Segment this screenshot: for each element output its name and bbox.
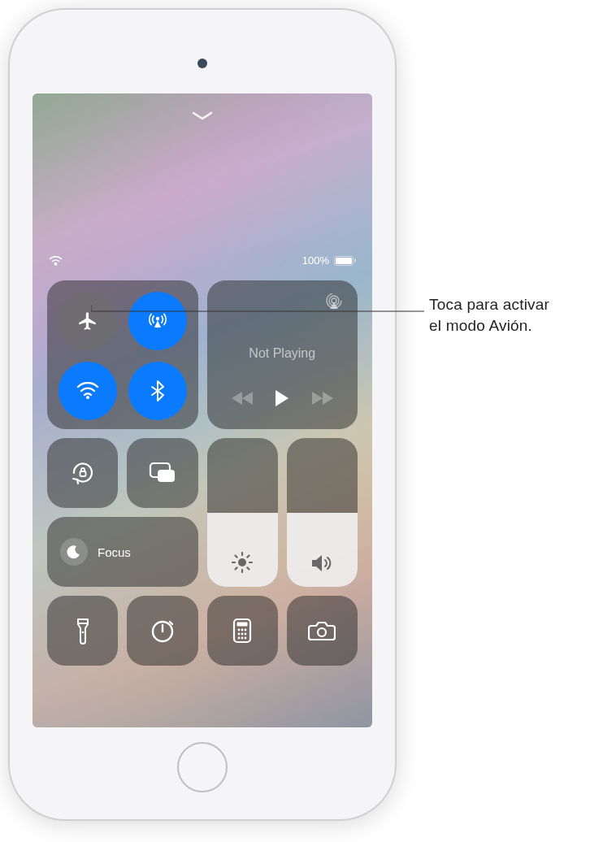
svg-line-17	[248, 556, 249, 558]
airdrop-button[interactable]	[128, 292, 187, 350]
volume-slider[interactable]	[287, 438, 358, 587]
svg-point-25	[238, 629, 241, 632]
timer-button[interactable]	[127, 596, 197, 666]
callout-line1: Toca para activar	[429, 294, 549, 315]
svg-point-1	[155, 317, 158, 320]
calculator-button[interactable]	[207, 596, 278, 666]
battery-icon	[334, 256, 356, 266]
svg-line-14	[236, 556, 237, 558]
screen-mirroring-button[interactable]	[127, 438, 197, 508]
bluetooth-icon	[151, 380, 164, 402]
device-frame: 100%	[8, 8, 397, 821]
svg-rect-24	[237, 623, 248, 627]
rotation-lock-button[interactable]	[47, 438, 118, 508]
svg-point-33	[245, 637, 247, 640]
svg-point-9	[238, 558, 246, 566]
forward-icon[interactable]	[310, 391, 333, 406]
timer-icon	[150, 618, 176, 644]
rewind-icon[interactable]	[232, 391, 254, 406]
wifi-button[interactable]	[59, 362, 117, 420]
flashlight-button[interactable]	[47, 596, 118, 666]
focus-label: Focus	[98, 545, 131, 559]
svg-point-0	[54, 263, 57, 265]
svg-point-19	[81, 632, 84, 634]
play-icon[interactable]	[274, 388, 290, 408]
airplane-mode-button[interactable]	[59, 292, 117, 350]
now-playing-title: Not Playing	[249, 346, 315, 361]
airplay-icon[interactable]	[325, 293, 343, 310]
chevron-down-icon[interactable]	[192, 111, 213, 121]
speaker-icon	[310, 553, 334, 574]
svg-line-16	[236, 567, 237, 569]
connectivity-module[interactable]	[47, 280, 198, 429]
wifi-icon	[76, 382, 99, 400]
svg-rect-6	[80, 471, 85, 476]
airplane-icon	[77, 310, 98, 332]
home-button[interactable]	[177, 742, 228, 792]
sun-icon	[231, 551, 254, 574]
screen: 100%	[33, 93, 372, 727]
svg-line-15	[248, 567, 249, 569]
svg-point-31	[238, 637, 241, 640]
svg-point-30	[245, 633, 247, 636]
rotation-lock-icon	[69, 459, 97, 487]
media-module[interactable]: Not Playing	[207, 280, 358, 429]
brightness-slider[interactable]	[207, 438, 278, 587]
status-bar: 100%	[33, 254, 372, 267]
callout-line2: el modo Avión.	[429, 315, 549, 336]
bluetooth-button[interactable]	[128, 362, 187, 420]
flashlight-icon	[76, 617, 90, 645]
svg-point-29	[241, 633, 244, 636]
airdrop-icon	[146, 310, 169, 332]
control-center-backdrop: 100%	[33, 93, 372, 727]
svg-point-28	[238, 633, 241, 636]
callout-airplane-mode: Toca para activar el modo Avión.	[429, 294, 549, 336]
battery-percent: 100%	[302, 254, 329, 267]
control-center-grid: Not Playing	[47, 280, 358, 666]
camera-button[interactable]	[287, 596, 358, 666]
wifi-status-icon	[49, 256, 63, 266]
svg-point-2	[86, 396, 89, 399]
svg-point-27	[245, 629, 247, 632]
focus-button[interactable]: Focus	[47, 517, 198, 587]
svg-line-22	[170, 622, 172, 624]
front-camera	[197, 59, 207, 68]
svg-point-32	[241, 637, 244, 640]
calculator-icon	[232, 618, 252, 644]
svg-rect-8	[158, 470, 175, 482]
screen-mirroring-icon	[148, 461, 177, 485]
camera-icon	[308, 620, 336, 641]
svg-point-34	[318, 628, 326, 636]
svg-point-26	[241, 629, 244, 632]
moon-icon	[67, 545, 81, 559]
